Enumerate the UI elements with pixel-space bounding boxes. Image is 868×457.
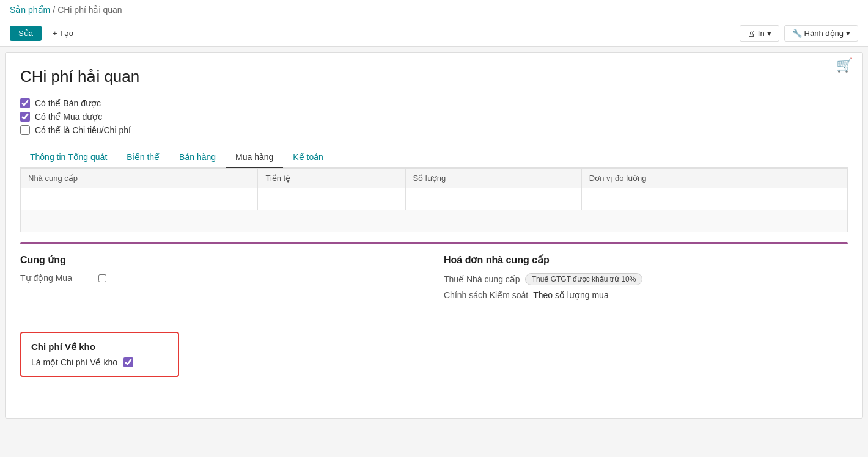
is-expense-row: Có thể là Chi tiêu/Chi phí	[20, 125, 848, 135]
is-expense-checkbox[interactable]	[20, 125, 30, 135]
is-expense-label: Có thể là Chi tiêu/Chi phí	[35, 125, 131, 135]
action-right: 🖨 In ▾ 🔧 Hành động ▾	[740, 25, 858, 42]
breadcrumb-parent[interactable]: Sản phẩm	[10, 5, 50, 15]
action-bar: Sửa + Tạo 🖨 In ▾ 🔧 Hành động ▾	[0, 20, 868, 47]
action-chevron-icon: ▾	[846, 29, 850, 38]
can-sell-checkbox[interactable]	[20, 98, 30, 108]
can-sell-row: Có thể Bán được	[20, 98, 848, 108]
control-policy-value: Theo số lượng mua	[533, 290, 609, 300]
create-button[interactable]: + Tạo	[46, 26, 79, 41]
can-buy-row: Có thể Mua được	[20, 112, 848, 122]
col-currency: Tiền tệ	[258, 169, 405, 188]
action-button[interactable]: 🔧 Hành động ▾	[784, 25, 858, 42]
can-buy-label: Có thể Mua được	[35, 112, 102, 122]
can-sell-label: Có thể Bán được	[35, 98, 101, 108]
checkboxes-section: Có thể Bán được Có thể Mua được Có thể l…	[20, 98, 848, 135]
page-title: CHi phí hải quan	[20, 67, 848, 86]
table-header-row: Nhà cung cấp Tiền tệ Số lượng Đơn vị đo …	[21, 169, 848, 188]
can-buy-checkbox[interactable]	[20, 112, 30, 122]
cart-icon: 🛒	[836, 57, 853, 73]
purple-separator	[20, 242, 848, 244]
table-row	[21, 210, 848, 232]
supplier-table: Nhà cung cấp Tiền tệ Số lượng Đơn vị đo …	[20, 168, 848, 232]
vendor-invoice-title: Hoá đơn nhà cung cấp	[444, 254, 848, 266]
landing-cost-title: Chi phí Về kho	[31, 342, 168, 353]
tab-sales[interactable]: Bán hàng	[169, 147, 226, 168]
two-col-section: Cung ứng Tự động Mua Hoá đơn nhà cung cấ…	[20, 254, 848, 305]
auto-buy-row: Tự động Mua	[20, 273, 424, 283]
wrench-icon: 🔧	[792, 29, 802, 38]
auto-buy-checkbox[interactable]	[98, 274, 106, 282]
supply-title: Cung ứng	[20, 254, 424, 266]
col-unit: Đơn vị đo lường	[581, 169, 847, 188]
tax-row: Thuế Nhà cung cấp Thuế GTGT được khấu tr…	[444, 273, 848, 285]
printer-icon: 🖨	[748, 29, 756, 38]
landing-cost-section: Chi phí Về kho Là một Chi phí Về kho	[20, 332, 179, 377]
cart-area: 🛒	[836, 57, 853, 73]
tax-label: Thuế Nhà cung cấp	[444, 274, 520, 284]
breadcrumb-current: CHi phí hải quan	[57, 5, 122, 15]
tabs-bar: Thông tin Tổng quát Biến thể Bán hàng Mu…	[20, 147, 848, 168]
breadcrumb-bar: Sản phẩm / CHi phí hải quan	[0, 0, 868, 20]
breadcrumb-separator: /	[53, 5, 55, 15]
table-row	[21, 188, 848, 210]
supply-section: Cung ứng Tự động Mua	[20, 254, 424, 305]
col-quantity: Số lượng	[405, 169, 581, 188]
tab-general-info[interactable]: Thông tin Tổng quát	[20, 147, 117, 168]
is-landing-cost-label: Là một Chi phí Về kho	[31, 357, 117, 367]
edit-button[interactable]: Sửa	[10, 26, 42, 41]
auto-buy-label: Tự động Mua	[20, 273, 94, 283]
breadcrumb: Sản phẩm / CHi phí hải quan	[10, 5, 122, 15]
tab-accounting[interactable]: Kế toán	[283, 147, 333, 168]
control-policy-row: Chính sách Kiểm soát Theo số lượng mua	[444, 290, 848, 300]
tab-purchase[interactable]: Mua hàng	[226, 147, 283, 168]
control-policy-label: Chính sách Kiểm soát	[444, 290, 528, 300]
is-landing-cost-checkbox[interactable]	[123, 357, 133, 367]
print-button[interactable]: 🖨 In ▾	[740, 25, 779, 42]
tab-variants[interactable]: Biến thể	[117, 147, 169, 168]
vendor-invoice-section: Hoá đơn nhà cung cấp Thuế Nhà cung cấp T…	[444, 254, 848, 305]
main-container: 🛒 CHi phí hải quan Có thể Bán được Có th…	[5, 52, 863, 419]
tax-badge: Thuế GTGT được khấu trừ 10%	[525, 273, 643, 285]
is-landing-cost-row: Là một Chi phí Về kho	[31, 357, 168, 367]
print-chevron-icon: ▾	[767, 29, 771, 38]
col-supplier: Nhà cung cấp	[21, 169, 258, 188]
